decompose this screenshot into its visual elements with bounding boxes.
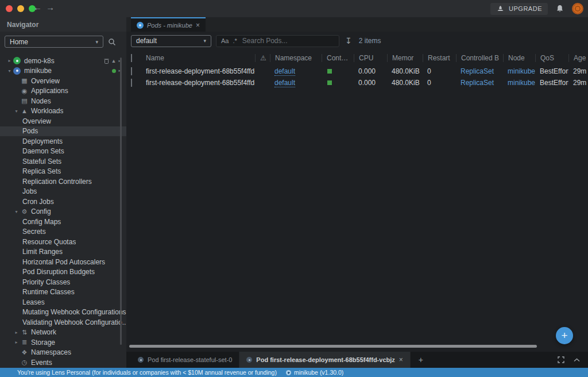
- controlled-by-link[interactable]: ReplicaSet: [461, 67, 494, 75]
- close-tab-icon[interactable]: ×: [196, 22, 200, 29]
- sidebar-item-label: Jobs: [0, 187, 37, 195]
- column-header-qos[interactable]: QoS: [535, 54, 568, 62]
- chevron-right-icon[interactable]: ▸: [13, 340, 20, 345]
- sidebar-item-config-maps[interactable]: Config Maps: [0, 217, 126, 227]
- table-horizontal-scrollbar[interactable]: [129, 345, 537, 348]
- table-row[interactable]: first-release-deployment-68b55f4ffd-k de…: [131, 66, 587, 77]
- namespace-select[interactable]: default ▾: [131, 35, 211, 47]
- sidebar-item-priority-classes[interactable]: Priority Classes: [0, 277, 126, 287]
- column-header-namespace[interactable]: Namespace: [270, 54, 322, 62]
- pod-cpu: 0.000: [354, 79, 387, 87]
- sidebar-item-resource-quotas[interactable]: Resource Quotas: [0, 237, 126, 247]
- sidebar-item-pod-disruption-budgets[interactable]: Pod Disruption Budgets: [0, 267, 126, 278]
- sidebar-item-demo-k8s[interactable]: ▸ demo-k8s ▲ ▸: [0, 56, 126, 66]
- dock-tab-pod-stateful-set[interactable]: Pod first-release-stateful-set-0: [131, 352, 239, 368]
- catalog-select[interactable]: Home ▾: [5, 36, 103, 48]
- pods-toolbar: default ▾ Aa .* ↧ 2 items: [131, 34, 583, 47]
- pod-restarts: 0: [423, 79, 456, 87]
- chevron-right-icon[interactable]: ▸: [13, 330, 20, 335]
- node-link[interactable]: minikube: [508, 79, 535, 87]
- sidebar-item-nodes[interactable]: ▤ Nodes: [0, 96, 126, 106]
- column-header-containers[interactable]: Cont…: [322, 54, 354, 62]
- sidebar-item-events[interactable]: ◷ Events: [0, 357, 126, 368]
- sidebar-item-applications[interactable]: ◉ Applications: [0, 86, 126, 97]
- sidebar-item-minikube[interactable]: ▾ minikube ▸: [0, 66, 126, 76]
- sidebar-item-workloads[interactable]: ▾ ▲ Workloads: [0, 106, 126, 117]
- applications-icon: ◉: [20, 88, 29, 94]
- sidebar-scrollbar[interactable]: [120, 57, 122, 345]
- chevron-down-icon[interactable]: ▾: [13, 209, 20, 214]
- sidebar-item-workloads-overview[interactable]: Overview: [0, 116, 126, 126]
- pod-icon: [246, 357, 252, 363]
- regex-toggle[interactable]: .*: [233, 37, 237, 44]
- column-header-age[interactable]: Age: [568, 54, 587, 62]
- sidebar-item-mutating-webhook-configurations[interactable]: Mutating Webhook Configurations: [0, 307, 126, 318]
- namespace-link[interactable]: default: [274, 79, 295, 87]
- sidebar-item-config[interactable]: ▾ ⚙ Config: [0, 207, 126, 217]
- sidebar-item-namespaces[interactable]: ❖ Namespaces: [0, 348, 126, 358]
- pod-age: 29m: [568, 79, 587, 87]
- sidebar-item-overview[interactable]: ▦ Overview: [0, 76, 126, 86]
- sidebar-item-secrets[interactable]: Secrets: [0, 227, 126, 237]
- tab-pods-minikube[interactable]: Pods - minikube ×: [131, 17, 206, 32]
- sidebar-item-label: Horizontal Pod Autoscalers: [0, 258, 105, 266]
- active-cluster-status[interactable]: minikube (v1.30.0): [286, 369, 343, 376]
- chevron-right-icon[interactable]: ▸: [6, 58, 13, 63]
- minimize-window-button[interactable]: [17, 5, 24, 12]
- user-avatar[interactable]: [572, 3, 583, 14]
- sidebar-item-limit-ranges[interactable]: Limit Ranges: [0, 247, 126, 257]
- close-window-button[interactable]: [6, 5, 13, 12]
- sidebar-item-pods[interactable]: Pods: [0, 126, 126, 137]
- node-link[interactable]: minikube: [508, 67, 535, 75]
- namespace-link[interactable]: default: [274, 68, 295, 76]
- forward-icon[interactable]: →: [46, 2, 55, 12]
- sidebar-item-label: Stateful Sets: [0, 157, 61, 166]
- column-header-name[interactable]: Name: [146, 54, 255, 62]
- sidebar-item-cron-jobs[interactable]: Cron Jobs: [0, 197, 126, 207]
- column-header-node[interactable]: Node: [503, 54, 535, 62]
- close-icon[interactable]: ×: [399, 356, 403, 364]
- column-header-restarts[interactable]: Restart: [423, 54, 456, 62]
- warning-column-icon[interactable]: ⚠: [260, 54, 266, 62]
- sidebar-item-label: Limit Ranges: [0, 248, 63, 256]
- search-icon[interactable]: [108, 38, 116, 46]
- pod-memory: 480.0KiB: [387, 67, 423, 75]
- sidebar-item-network[interactable]: ▸ ⇅ Network: [0, 328, 126, 338]
- upgrade-button[interactable]: UPGRADE: [490, 3, 548, 15]
- chevron-down-icon[interactable]: ▾: [6, 68, 13, 74]
- column-header-memory[interactable]: Memor: [387, 54, 423, 62]
- row-checkbox[interactable]: [131, 67, 132, 75]
- sidebar-item-validating-webhook-configurations[interactable]: Validating Webhook Configuratio...: [0, 317, 126, 328]
- sidebar-item-label: Deployments: [0, 137, 63, 145]
- match-case-toggle[interactable]: Aa: [221, 37, 229, 44]
- expand-dock-icon[interactable]: [558, 356, 564, 363]
- sidebar-item-horizontal-pod-autoscalers[interactable]: Horizontal Pod Autoscalers: [0, 257, 126, 267]
- download-icon[interactable]: ↧: [345, 36, 352, 45]
- delete-icon[interactable]: [104, 58, 109, 64]
- column-header-cpu[interactable]: CPU: [354, 54, 387, 62]
- select-all-checkbox[interactable]: [131, 54, 132, 62]
- column-header-controlled-by[interactable]: Controlled B: [456, 54, 503, 62]
- notifications-bell-icon[interactable]: [556, 5, 564, 13]
- table-row[interactable]: first-release-deployment-68b55f4ffd-v de…: [131, 77, 587, 89]
- sidebar-item-daemon-sets[interactable]: Daemon Sets: [0, 147, 126, 157]
- back-icon[interactable]: ←: [33, 2, 42, 12]
- chevron-down-icon[interactable]: ▾: [13, 109, 20, 114]
- sidebar-item-runtime-classes[interactable]: Runtime Classes: [0, 287, 126, 298]
- tab-label: Pods - minikube: [147, 22, 192, 29]
- sidebar-item-stateful-sets[interactable]: Stateful Sets: [0, 156, 126, 167]
- controlled-by-link[interactable]: ReplicaSet: [461, 79, 494, 87]
- row-checkbox[interactable]: [131, 79, 132, 87]
- dock-tab-pod-deployment[interactable]: Pod first-release-deployment-68b55f4ffd-…: [239, 352, 410, 368]
- sidebar-item-storage[interactable]: ▸ ≣ Storage: [0, 337, 126, 348]
- sidebar-item-replica-sets[interactable]: Replica Sets: [0, 167, 126, 177]
- sidebar-item-deployments[interactable]: Deployments: [0, 136, 126, 147]
- search-input[interactable]: [241, 36, 334, 45]
- dock-bar: Pod first-release-stateful-set-0 Pod fir…: [126, 352, 588, 368]
- collapse-dock-icon[interactable]: [574, 358, 580, 362]
- sidebar-item-replication-controllers[interactable]: Replication Controllers: [0, 176, 126, 187]
- sidebar-item-jobs[interactable]: Jobs: [0, 187, 126, 197]
- add-resource-button[interactable]: +: [556, 327, 573, 344]
- new-dock-tab-button[interactable]: +: [411, 352, 431, 368]
- sidebar-item-leases[interactable]: Leases: [0, 297, 126, 307]
